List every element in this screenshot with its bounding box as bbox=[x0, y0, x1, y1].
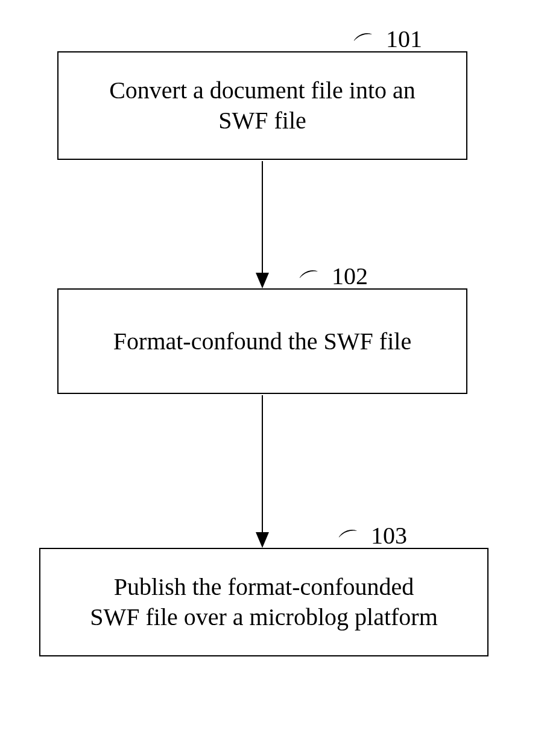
flow-label-103: 103 bbox=[371, 524, 407, 548]
flow-step-103: Publish the format-confoundedSWF file ov… bbox=[39, 548, 489, 656]
svg-marker-3 bbox=[256, 532, 269, 548]
flow-step-103-text: Publish the format-confoundedSWF file ov… bbox=[90, 572, 438, 632]
